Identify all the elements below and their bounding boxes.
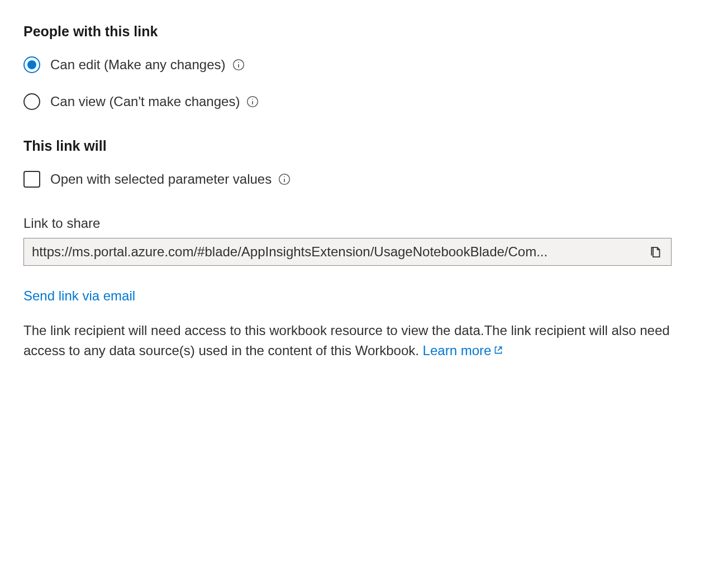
copy-icon	[649, 245, 663, 259]
checkbox-open-with-params[interactable]: Open with selected parameter values	[23, 171, 705, 188]
copy-button[interactable]	[649, 245, 663, 259]
share-link-section: Link to share	[23, 216, 705, 266]
svg-point-1	[238, 62, 239, 63]
checkbox-label: Open with selected parameter values	[50, 171, 272, 187]
svg-point-7	[284, 176, 285, 178]
radio-indicator-unselected	[23, 93, 40, 110]
info-icon[interactable]	[278, 173, 291, 185]
external-link-icon	[493, 345, 503, 355]
permissions-section: People with this link Can edit (Make any…	[23, 23, 705, 110]
radio-dot-icon	[27, 60, 36, 69]
disclaimer-body: The link recipient will need access to t…	[23, 323, 670, 358]
link-behavior-heading: This link will	[23, 138, 705, 154]
checkbox-indicator	[23, 171, 40, 188]
permissions-radio-group: Can edit (Make any changes) Can view (Ca…	[23, 56, 705, 110]
radio-can-edit-label: Can edit (Make any changes)	[50, 57, 226, 73]
send-email-link[interactable]: Send link via email	[23, 288, 135, 304]
info-icon[interactable]	[232, 59, 245, 71]
permissions-heading: People with this link	[23, 23, 705, 40]
learn-more-link[interactable]: Learn more	[423, 343, 504, 358]
disclaimer-text: The link recipient will need access to t…	[23, 321, 672, 361]
share-link-input[interactable]	[32, 244, 642, 260]
info-icon[interactable]	[246, 95, 259, 108]
radio-indicator-selected	[23, 56, 40, 73]
radio-can-view[interactable]: Can view (Can't make changes)	[23, 93, 705, 110]
radio-can-view-label: Can view (Can't make changes)	[50, 94, 240, 109]
radio-can-edit[interactable]: Can edit (Make any changes)	[23, 56, 705, 73]
svg-point-4	[253, 99, 254, 100]
share-link-box	[23, 238, 672, 266]
learn-more-label: Learn more	[423, 343, 492, 358]
link-behavior-section: This link will Open with selected parame…	[23, 138, 705, 188]
share-link-label: Link to share	[23, 216, 705, 231]
